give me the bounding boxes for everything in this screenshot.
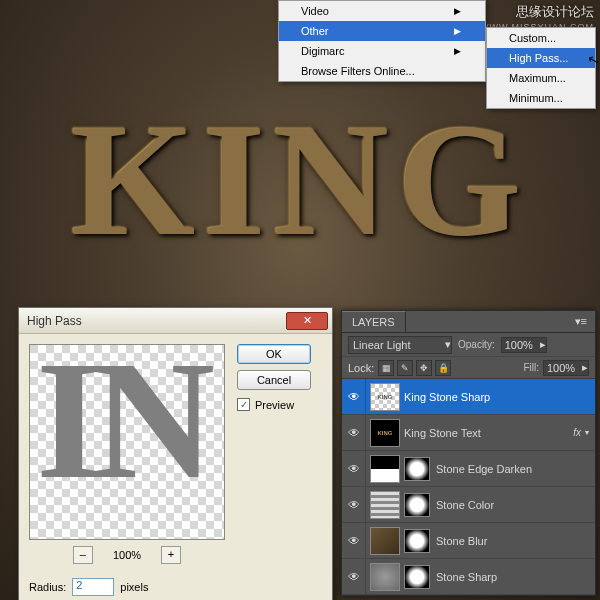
layer-mask-thumbnail[interactable]: [404, 457, 430, 481]
layer-thumbnail[interactable]: [370, 455, 400, 483]
menu-item-maximum[interactable]: Maximum...: [487, 68, 595, 88]
visibility-toggle[interactable]: 👁: [342, 451, 366, 486]
opacity-label: Opacity:: [458, 339, 495, 350]
layers-panel: LAYERS ▾≡ Linear Light▾ Opacity: 100%▸ L…: [341, 310, 596, 596]
menu-item-other[interactable]: Other▶: [279, 21, 485, 41]
layer-item[interactable]: 👁 King Stone Text fx▾: [342, 415, 595, 451]
preview-checkbox[interactable]: ✓: [237, 398, 250, 411]
menu-item-minimum[interactable]: Minimum...: [487, 88, 595, 108]
lock-position-icon[interactable]: ✥: [416, 360, 432, 376]
layer-thumbnail[interactable]: [370, 563, 400, 591]
layer-thumbnail[interactable]: [370, 419, 400, 447]
fx-badge[interactable]: fx: [573, 427, 581, 438]
layer-name[interactable]: King Stone Sharp: [404, 391, 589, 403]
menu-item-browse-filters[interactable]: Browse Filters Online...: [279, 61, 485, 81]
layer-item[interactable]: 👁 Stone Sharp: [342, 559, 595, 595]
chevron-right-icon: ▶: [454, 26, 461, 36]
blend-mode-select[interactable]: Linear Light▾: [348, 336, 452, 354]
menu-item-high-pass[interactable]: High Pass...: [487, 48, 595, 68]
high-pass-dialog: High Pass ✕ IN – 100% + Radius: 2 pixels: [18, 307, 333, 600]
fill-input[interactable]: 100%▸: [543, 360, 589, 376]
visibility-toggle[interactable]: 👁: [342, 523, 366, 558]
lock-transparency-icon[interactable]: ▦: [378, 360, 394, 376]
ok-button[interactable]: OK: [237, 344, 311, 364]
dialog-title: High Pass: [27, 314, 82, 328]
chevron-right-icon: ▶: [454, 6, 461, 16]
layer-item[interactable]: 👁 Stone Color: [342, 487, 595, 523]
close-button[interactable]: ✕: [286, 312, 328, 330]
layer-name[interactable]: Stone Edge Darken: [436, 463, 589, 475]
filter-submenu: Video▶ Other▶ Digimarc▶ Browse Filters O…: [278, 0, 486, 82]
preview-content: IN: [30, 345, 224, 539]
layer-thumbnail[interactable]: [370, 383, 400, 411]
chevron-right-icon: ▶: [454, 46, 461, 56]
layer-thumbnail[interactable]: [370, 527, 400, 555]
radius-label: Radius:: [29, 581, 66, 593]
visibility-toggle[interactable]: 👁: [342, 559, 366, 594]
lock-label: Lock:: [348, 362, 374, 374]
layer-list: 👁 King Stone Sharp 👁 King Stone Text fx▾…: [342, 379, 595, 595]
canvas-text: KING: [0, 100, 600, 260]
layer-item[interactable]: 👁 King Stone Sharp: [342, 379, 595, 415]
layer-item[interactable]: 👁 Stone Edge Darken: [342, 451, 595, 487]
dialog-titlebar[interactable]: High Pass ✕: [19, 308, 332, 334]
layer-item[interactable]: 👁 Stone Blur: [342, 523, 595, 559]
menu-item-digimarc[interactable]: Digimarc▶: [279, 41, 485, 61]
layer-mask-thumbnail[interactable]: [404, 565, 430, 589]
radius-unit: pixels: [120, 581, 148, 593]
chevron-down-icon: ▾: [445, 338, 451, 351]
layer-name[interactable]: Stone Blur: [436, 535, 589, 547]
visibility-toggle[interactable]: 👁: [342, 415, 366, 450]
fill-label: Fill:: [523, 362, 539, 373]
lock-all-icon[interactable]: 🔒: [435, 360, 451, 376]
preview-area[interactable]: IN: [29, 344, 225, 540]
zoom-out-button[interactable]: –: [73, 546, 93, 564]
chevron-down-icon[interactable]: ▾: [585, 428, 589, 437]
radius-input[interactable]: 2: [72, 578, 114, 596]
layer-thumbnail[interactable]: [370, 491, 400, 519]
lock-pixels-icon[interactable]: ✎: [397, 360, 413, 376]
visibility-toggle[interactable]: 👁: [342, 487, 366, 522]
watermark-text: 思缘设计论坛: [516, 3, 594, 21]
cancel-button[interactable]: Cancel: [237, 370, 311, 390]
other-submenu: Custom... High Pass... Maximum... Minimu…: [486, 27, 596, 109]
preview-label: Preview: [255, 399, 294, 411]
layer-name[interactable]: Stone Color: [436, 499, 589, 511]
zoom-in-button[interactable]: +: [161, 546, 181, 564]
menu-item-custom[interactable]: Custom...: [487, 28, 595, 48]
layer-name[interactable]: King Stone Text: [404, 427, 573, 439]
tab-layers[interactable]: LAYERS: [342, 311, 406, 332]
menu-item-video[interactable]: Video▶: [279, 1, 485, 21]
visibility-toggle[interactable]: 👁: [342, 379, 366, 414]
layer-mask-thumbnail[interactable]: [404, 529, 430, 553]
layer-name[interactable]: Stone Sharp: [436, 571, 589, 583]
opacity-input[interactable]: 100%▸: [501, 337, 547, 353]
zoom-percent: 100%: [113, 549, 141, 561]
layer-mask-thumbnail[interactable]: [404, 493, 430, 517]
panel-menu-icon[interactable]: ▾≡: [567, 315, 595, 328]
